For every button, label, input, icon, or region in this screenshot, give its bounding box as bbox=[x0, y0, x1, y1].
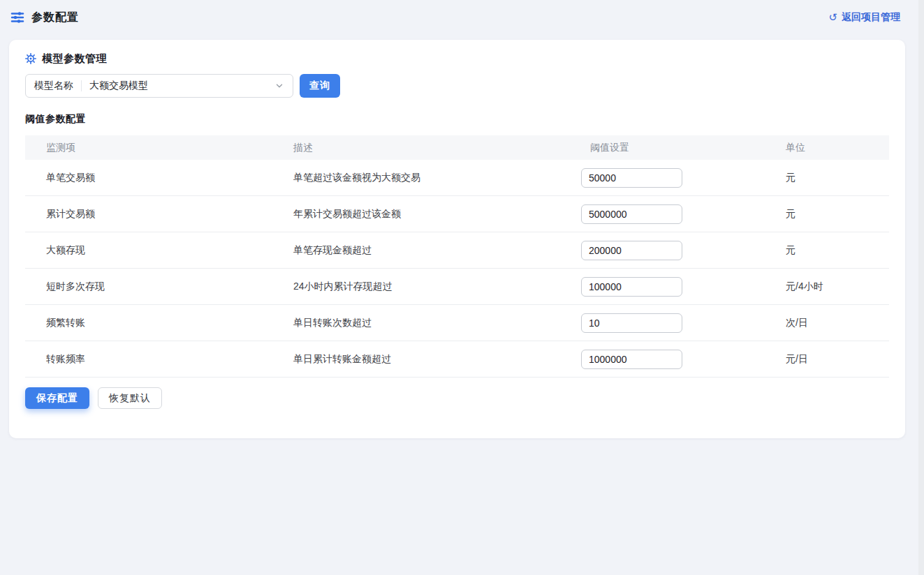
threshold-input[interactable] bbox=[581, 313, 682, 333]
header-item: 监测项 bbox=[25, 142, 293, 154]
row-item: 累计交易额 bbox=[25, 208, 293, 221]
threshold-input[interactable] bbox=[581, 350, 682, 369]
row-unit: 元/日 bbox=[786, 353, 889, 366]
header-threshold: 阈值设置 bbox=[590, 142, 786, 154]
query-button[interactable]: 查询 bbox=[300, 74, 340, 98]
table-header-row: 监测项 描述 阈值设置 单位 bbox=[25, 135, 889, 160]
sliders-icon bbox=[10, 10, 25, 25]
chevron-down-icon bbox=[274, 81, 284, 91]
row-item: 频繁转账 bbox=[25, 317, 293, 329]
page-scrollbar[interactable] bbox=[918, 0, 924, 575]
table-row: 累计交易额 年累计交易额超过该金额 元 bbox=[25, 196, 889, 232]
threshold-input[interactable] bbox=[581, 277, 682, 297]
back-link-label: 返回项目管理 bbox=[842, 11, 900, 24]
row-desc: 单日转账次数超过 bbox=[293, 317, 590, 329]
threshold-input[interactable] bbox=[581, 204, 682, 224]
table-row: 频繁转账 单日转账次数超过 次/日 bbox=[25, 305, 889, 341]
row-unit: 元 bbox=[786, 244, 889, 257]
row-item: 转账频率 bbox=[25, 353, 293, 366]
card-title-row: 模型参数管理 bbox=[25, 52, 889, 66]
threshold-table: 监测项 描述 阈值设置 单位 单笔交易额 单笔超过该金额视为大额交易 元 累计交… bbox=[25, 135, 889, 378]
threshold-input[interactable] bbox=[581, 241, 682, 260]
model-select-label: 模型名称 bbox=[34, 80, 73, 92]
header-desc: 描述 bbox=[293, 142, 590, 154]
table-row: 大额存现 单笔存现金额超过 元 bbox=[25, 232, 889, 269]
table-row: 单笔交易额 单笔超过该金额视为大额交易 元 bbox=[25, 160, 889, 196]
row-desc: 单日累计转账金额超过 bbox=[293, 353, 590, 366]
model-select-value: 大额交易模型 bbox=[89, 80, 274, 92]
back-to-project-link[interactable]: ↺ 返回项目管理 bbox=[828, 11, 900, 24]
row-unit: 元 bbox=[786, 208, 889, 221]
row-desc: 单笔存现金额超过 bbox=[293, 244, 590, 257]
row-unit: 元 bbox=[786, 172, 889, 184]
model-name-select[interactable]: 模型名称 大额交易模型 bbox=[25, 74, 293, 98]
row-desc: 24小时内累计存现超过 bbox=[293, 281, 590, 293]
row-item: 短时多次存现 bbox=[25, 281, 293, 293]
row-item: 单笔交易额 bbox=[25, 172, 293, 184]
page-title: 参数配置 bbox=[31, 10, 79, 25]
threshold-input[interactable] bbox=[581, 168, 682, 188]
return-icon: ↺ bbox=[828, 12, 837, 22]
table-row: 短时多次存现 24小时内累计存现超过 元/4小时 bbox=[25, 269, 889, 305]
restore-defaults-button[interactable]: 恢复默认 bbox=[98, 387, 162, 409]
row-desc: 年累计交易额超过该金额 bbox=[293, 208, 590, 221]
card-title: 模型参数管理 bbox=[42, 52, 107, 66]
section-title: 阈值参数配置 bbox=[25, 113, 889, 127]
row-desc: 单笔超过该金额视为大额交易 bbox=[293, 172, 590, 184]
save-config-button[interactable]: 保存配置 bbox=[25, 387, 89, 409]
topbar: 参数配置 ↺ 返回项目管理 bbox=[0, 0, 924, 35]
row-unit: 次/日 bbox=[786, 317, 889, 329]
gear-icon bbox=[25, 53, 36, 64]
action-row: 保存配置 恢复默认 bbox=[25, 387, 889, 409]
table-row: 转账频率 单日累计转账金额超过 元/日 bbox=[25, 341, 889, 378]
select-divider bbox=[81, 80, 82, 91]
model-parameter-card: 模型参数管理 模型名称 大额交易模型 查询 阈值参数配置 监测项 描述 阈值设置… bbox=[9, 40, 905, 438]
query-row: 模型名称 大额交易模型 查询 bbox=[25, 74, 889, 98]
header-unit: 单位 bbox=[786, 142, 889, 154]
row-item: 大额存现 bbox=[25, 244, 293, 257]
row-unit: 元/4小时 bbox=[786, 281, 889, 293]
